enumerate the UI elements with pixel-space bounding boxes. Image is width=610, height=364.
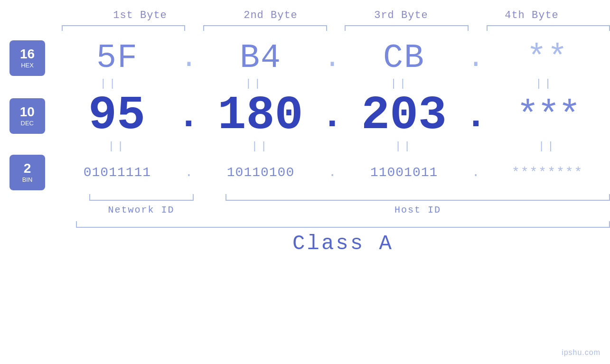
- hex-dot2-symbol: .: [324, 42, 341, 75]
- hex-badge-slot: 16 HEX: [0, 40, 55, 76]
- bin-b1-value: 01011111: [84, 165, 151, 180]
- equals-row-1: || || || ||: [0, 78, 610, 90]
- byte4-header: 4th Byte: [467, 9, 597, 21]
- dec-b3-value: 203: [361, 92, 447, 140]
- eq2-b4: ||: [485, 140, 610, 152]
- eq2-b1: ||: [55, 140, 180, 152]
- dec-b3-cell: 203: [342, 92, 467, 140]
- dec-dot3: .: [466, 94, 485, 138]
- bin-badge-label: BIN: [22, 176, 33, 183]
- hex-row: 16 HEX 5F . B4 . CB . **: [0, 39, 610, 77]
- bin-badge: 2 BIN: [9, 155, 45, 190]
- bottom-brackets-row: Network ID Host ID: [0, 194, 610, 215]
- hex-b3-value: CB: [383, 39, 425, 77]
- bin-dot1: .: [180, 165, 198, 180]
- dec-b1-cell: 95: [55, 92, 179, 140]
- dec-dot2: .: [323, 94, 342, 138]
- bin-dot3: .: [467, 165, 485, 180]
- byte-headers: 1st Byte 2nd Byte 3rd Byte 4th Byte: [0, 0, 610, 21]
- host-id-bracket-line: [225, 194, 610, 201]
- bin-badge-slot: 2 BIN: [0, 155, 55, 190]
- bin-b3-cell: 11001011: [341, 165, 467, 180]
- byte2-header: 2nd Byte: [206, 9, 336, 21]
- hex-b1-cell: 5F: [55, 39, 180, 77]
- eq2-b4-symbol: ||: [538, 140, 556, 152]
- class-label: Class A: [292, 232, 394, 255]
- eq1-b1-symbol: ||: [44, 78, 175, 90]
- dec-row: 10 DEC 95 . 180 . 203 . ***: [0, 92, 610, 140]
- dec-dot1: .: [179, 94, 198, 138]
- bin-dot1-symbol: .: [185, 165, 193, 180]
- bin-b3-value: 11001011: [370, 165, 438, 180]
- eq2-b2-symbol: ||: [252, 140, 270, 152]
- top-brackets: [0, 25, 610, 31]
- bin-b4-value: ********: [512, 165, 583, 180]
- bracket4: [487, 25, 610, 31]
- eq1-b4-symbol: ||: [479, 78, 610, 90]
- bin-dot3-symbol: .: [472, 165, 480, 180]
- eq1-b4: ||: [479, 78, 610, 90]
- dec-b4-value: ***: [516, 94, 579, 138]
- watermark: ipshu.com: [562, 348, 601, 357]
- hex-dot1-symbol: .: [180, 42, 197, 75]
- hex-dot1: .: [180, 42, 198, 75]
- bin-dot2-symbol: .: [328, 165, 337, 180]
- eq2-b3-symbol: ||: [395, 140, 413, 152]
- dec-dot1-symbol: .: [177, 94, 200, 138]
- hex-b2-value: B4: [240, 39, 282, 77]
- eq1-b3-symbol: ||: [334, 78, 465, 90]
- host-id-label: Host ID: [394, 205, 441, 215]
- eq1-b2: ||: [189, 78, 319, 90]
- bin-b4-cell: ********: [485, 165, 610, 180]
- dec-b2-value: 180: [217, 92, 303, 140]
- dec-b2-cell: 180: [198, 92, 323, 140]
- hex-b1-value: 5F: [96, 39, 138, 77]
- equals-row-2: || || || ||: [0, 140, 610, 152]
- hex-b3-cell: CB: [341, 39, 467, 77]
- network-id-bracket-section: Network ID: [76, 194, 206, 215]
- class-bracket-line: [76, 221, 610, 228]
- dec-badge: 10 DEC: [9, 98, 45, 134]
- network-id-bracket-line: [89, 194, 194, 201]
- network-id-label: Network ID: [108, 205, 174, 215]
- hex-b4-value: **: [526, 39, 568, 77]
- class-section: Class A: [0, 221, 610, 255]
- dec-b1-value: 95: [88, 92, 145, 140]
- byte1-header: 1st Byte: [75, 9, 206, 21]
- dec-dot3-symbol: .: [464, 94, 487, 138]
- hex-b4-cell: **: [485, 39, 610, 77]
- bin-b2-value: 10110100: [227, 165, 294, 180]
- eq2-b1-symbol: ||: [108, 140, 126, 152]
- dec-badge-slot: 10 DEC: [0, 98, 55, 134]
- hex-dot3-symbol: .: [467, 42, 484, 75]
- eq2-b2: ||: [198, 140, 323, 152]
- eq1-b2-symbol: ||: [189, 78, 319, 90]
- bin-row: 2 BIN 01011111 . 10110100 . 11001011 . *…: [0, 155, 610, 190]
- bin-dot2: .: [323, 165, 341, 180]
- eq1-b1: ||: [44, 78, 175, 90]
- dec-badge-number: 10: [20, 105, 35, 119]
- bin-b2-cell: 10110100: [198, 165, 323, 180]
- eq1-b3: ||: [334, 78, 465, 90]
- byte3-header: 3rd Byte: [336, 9, 467, 21]
- hex-dot3: .: [467, 42, 485, 75]
- bracket3: [345, 25, 468, 31]
- dec-dot2-symbol: .: [321, 94, 344, 138]
- host-id-bracket-section: Host ID: [225, 194, 610, 215]
- eq2-b3: ||: [341, 140, 467, 152]
- hex-badge: 16 HEX: [9, 40, 45, 76]
- main-container: 1st Byte 2nd Byte 3rd Byte 4th Byte 16 H…: [0, 0, 610, 364]
- dot-spacer1: [206, 194, 225, 215]
- dec-b4-cell: ***: [485, 94, 610, 138]
- hex-badge-label: HEX: [21, 62, 34, 69]
- hex-dot2: .: [323, 42, 341, 75]
- bin-b1-cell: 01011111: [55, 165, 180, 180]
- hex-b2-cell: B4: [198, 39, 323, 77]
- bracket1: [62, 25, 185, 31]
- hex-badge-number: 16: [20, 47, 35, 61]
- bin-badge-number: 2: [24, 162, 31, 175]
- bracket2: [203, 25, 327, 31]
- dec-badge-label: DEC: [21, 120, 34, 127]
